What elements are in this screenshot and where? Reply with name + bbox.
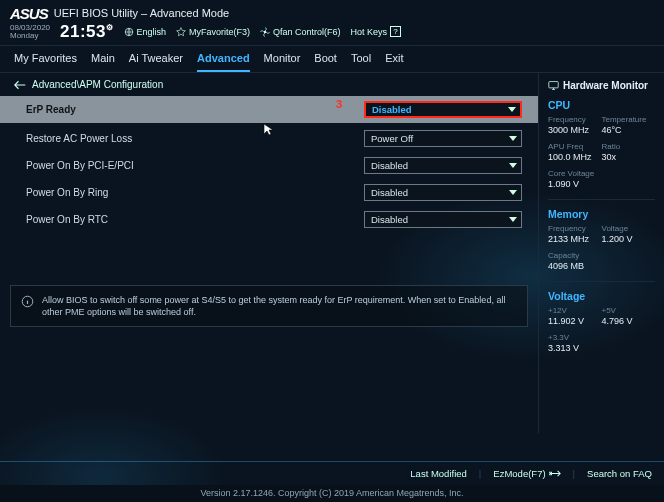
hw-value: 1.090 V <box>548 179 655 189</box>
tab-my-favorites[interactable]: My Favorites <box>14 52 77 72</box>
svg-rect-3 <box>549 82 558 88</box>
hotkeys-button[interactable]: Hot Keys ? <box>351 26 401 37</box>
svg-point-1 <box>264 30 267 33</box>
hw-value: 100.0 MHz <box>548 152 602 162</box>
hw-value: 30x <box>602 152 656 162</box>
hw-value: 11.902 V <box>548 316 602 326</box>
hw-label: +5V <box>602 306 656 315</box>
setting-select[interactable]: Disabled <box>364 101 522 118</box>
setting-erp-ready[interactable]: ErP Ready 3 Disabled <box>0 96 538 123</box>
date-block: 08/03/2020 Monday <box>10 24 50 40</box>
hw-value: 2133 MHz <box>548 234 602 244</box>
help-box: Allow BIOS to switch off some power at S… <box>10 285 528 327</box>
day-text: Monday <box>10 32 50 40</box>
setting-power-on-by-rtc[interactable]: Power On By RTC Disabled <box>0 206 538 233</box>
switch-icon <box>549 469 561 478</box>
hw-section-memory: Memory <box>548 208 655 220</box>
tab-advanced[interactable]: Advanced <box>197 52 250 72</box>
brand-logo: ASUS <box>10 5 48 22</box>
ezmode-button[interactable]: EzMode(F7) <box>493 468 560 479</box>
version-text: Version 2.17.1246. Copyright (C) 2019 Am… <box>0 485 664 502</box>
setting-select[interactable]: Disabled <box>364 184 522 201</box>
setting-label: Power On By Ring <box>26 187 108 198</box>
clock: 21:53⚙ <box>60 22 113 42</box>
tab-monitor[interactable]: Monitor <box>264 52 301 72</box>
tab-main[interactable]: Main <box>91 52 115 72</box>
footer: Last Modified | EzMode(F7) | Search on F… <box>0 461 664 502</box>
hw-value: 4.796 V <box>602 316 656 326</box>
setting-restore-ac-power-loss[interactable]: Restore AC Power Loss Power Off <box>0 125 538 152</box>
hw-value: 4096 MB <box>548 261 655 271</box>
hw-label: Ratio <box>602 142 656 151</box>
breadcrumb-text: Advanced\APM Configuration <box>32 79 163 90</box>
setting-label: Power On By PCI-E/PCI <box>26 160 134 171</box>
footer-links: Last Modified | EzMode(F7) | Search on F… <box>0 461 664 485</box>
hw-label: Voltage <box>602 224 656 233</box>
last-modified-button[interactable]: Last Modified <box>410 468 467 479</box>
menu-bar: My Favorites Main Ai Tweaker Advanced Mo… <box>0 46 664 73</box>
settings-list: ErP Ready 3 Disabled Restore AC Power Lo… <box>0 96 538 233</box>
setting-power-on-by-pcie[interactable]: Power On By PCI-E/PCI Disabled <box>0 152 538 179</box>
search-faq-button[interactable]: Search on FAQ <box>587 468 652 479</box>
back-icon[interactable] <box>14 80 26 90</box>
chevron-down-icon <box>509 217 517 222</box>
setting-label: Restore AC Power Loss <box>26 133 132 144</box>
gear-icon[interactable]: ⚙ <box>106 23 114 32</box>
hw-label: +3.3V <box>548 333 655 342</box>
setting-label: ErP Ready <box>26 104 76 115</box>
hw-value: 46°C <box>602 125 656 135</box>
setting-select[interactable]: Power Off <box>364 130 522 147</box>
tab-exit[interactable]: Exit <box>385 52 403 72</box>
hw-label: Frequency <box>548 115 602 124</box>
hw-label: +12V <box>548 306 602 315</box>
hw-label: APU Freq <box>548 142 602 151</box>
hw-section-cpu: CPU <box>548 99 655 111</box>
hw-label: Capacity <box>548 251 655 260</box>
setting-power-on-by-ring[interactable]: Power On By Ring Disabled <box>0 179 538 206</box>
status-bar: 08/03/2020 Monday 21:53⚙ English MyFavor… <box>0 22 664 46</box>
setting-select[interactable]: Disabled <box>364 157 522 174</box>
annotation-marker: 3 <box>336 98 342 110</box>
title-bar: ASUS UEFI BIOS Utility – Advanced Mode <box>0 0 664 22</box>
qfan-button[interactable]: Qfan Control(F6) <box>260 27 341 37</box>
breadcrumb[interactable]: Advanced\APM Configuration <box>0 73 538 96</box>
tab-ai-tweaker[interactable]: Ai Tweaker <box>129 52 183 72</box>
chevron-down-icon <box>509 190 517 195</box>
info-icon <box>21 295 34 308</box>
monitor-icon <box>548 80 559 91</box>
fan-icon <box>260 27 270 37</box>
hw-value: 1.200 V <box>602 234 656 244</box>
tab-tool[interactable]: Tool <box>351 52 371 72</box>
hw-label: Frequency <box>548 224 602 233</box>
setting-label: Power On By RTC <box>26 214 108 225</box>
hw-value: 3.313 V <box>548 343 655 353</box>
hw-title: Hardware Monitor <box>548 80 655 91</box>
chevron-down-icon <box>508 107 516 112</box>
chevron-down-icon <box>509 163 517 168</box>
language-selector[interactable]: English <box>124 27 167 37</box>
star-icon <box>176 27 186 37</box>
globe-icon <box>124 27 134 37</box>
hw-label: Temperature <box>602 115 656 124</box>
hw-section-voltage: Voltage <box>548 290 655 302</box>
hardware-monitor-panel: Hardware Monitor CPU Frequency Temperatu… <box>538 73 664 433</box>
main-panel: Advanced\APM Configuration ErP Ready 3 D… <box>0 73 538 433</box>
myfavorite-button[interactable]: MyFavorite(F3) <box>176 27 250 37</box>
app-title: UEFI BIOS Utility – Advanced Mode <box>54 7 229 19</box>
setting-select[interactable]: Disabled <box>364 211 522 228</box>
chevron-down-icon <box>509 136 517 141</box>
tab-boot[interactable]: Boot <box>314 52 337 72</box>
help-text: Allow BIOS to switch off some power at S… <box>42 294 517 318</box>
hw-value: 3000 MHz <box>548 125 602 135</box>
hw-label: Core Voltage <box>548 169 655 178</box>
